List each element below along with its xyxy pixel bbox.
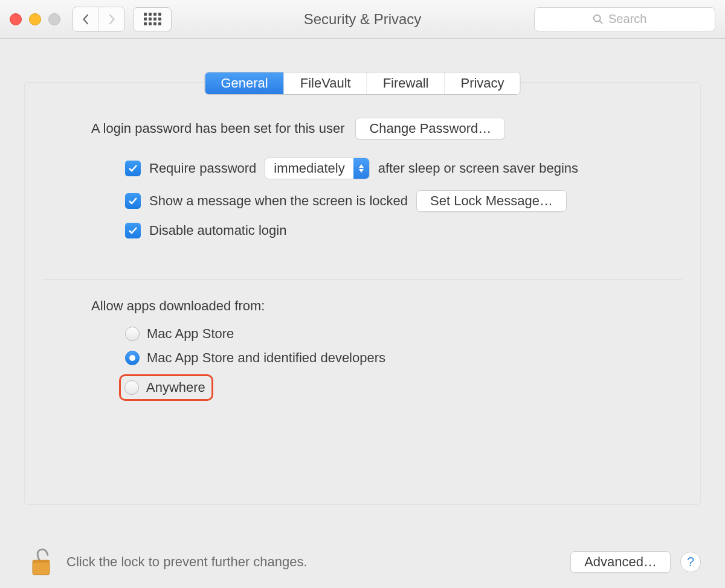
updown-icon: [353, 158, 369, 179]
checkmark-icon: [128, 226, 138, 235]
login-password-row: A login password has been set for this u…: [91, 118, 658, 139]
section-gatekeeper: Allow apps downloaded from: Mac App Stor…: [25, 280, 700, 401]
chevron-left-icon: [82, 14, 90, 25]
zoom-window-button[interactable]: [48, 13, 60, 25]
search-icon: [593, 14, 604, 25]
radio-mac-app-store-label: Mac App Store: [147, 326, 234, 342]
minimize-window-button[interactable]: [29, 13, 41, 25]
lock-text: Click the lock to prevent further change…: [66, 554, 308, 570]
radio-mas-identified[interactable]: [125, 351, 140, 365]
show-lock-message-label: Show a message when the screen is locked: [149, 193, 408, 209]
nav-buttons: [72, 7, 124, 32]
section-login: A login password has been set for this u…: [25, 83, 700, 280]
show-lock-message-checkbox[interactable]: [125, 193, 141, 209]
footer: Click the lock to prevent further change…: [0, 547, 725, 577]
svg-rect-5: [33, 560, 50, 563]
set-lock-message-button[interactable]: Set Lock Message…: [416, 190, 567, 212]
require-password-delay-popup[interactable]: immediately: [265, 158, 369, 179]
radio-anywhere[interactable]: [124, 380, 139, 395]
radio-row-mas: Mac App Store: [125, 326, 658, 342]
allow-apps-radio-group: Mac App Store Mac App Store and identifi…: [125, 326, 658, 401]
radio-anywhere-label: Anywhere: [146, 380, 205, 395]
window-title: Security & Privacy: [304, 11, 422, 28]
require-password-label: Require password: [149, 161, 256, 176]
chevron-right-icon: [108, 14, 116, 25]
tab-general[interactable]: General: [205, 72, 284, 94]
checkmark-icon: [128, 197, 138, 205]
tab-firewall[interactable]: Firewall: [367, 72, 445, 94]
svg-marker-2: [359, 164, 364, 168]
disable-auto-login-row: Disable automatic login: [125, 223, 658, 238]
svg-line-1: [600, 21, 603, 24]
svg-marker-3: [359, 169, 364, 173]
radio-row-anywhere: Anywhere: [125, 374, 658, 401]
search-input[interactable]: [608, 12, 657, 26]
require-password-delay-value: immediately: [265, 159, 353, 178]
grid-icon: [144, 13, 161, 25]
radio-row-mas-identified: Mac App Store and identified developers: [125, 350, 658, 366]
lock-message-row: Show a message when the screen is locked…: [125, 190, 658, 212]
require-password-after-label: after sleep or screen saver begins: [378, 161, 578, 176]
tab-privacy[interactable]: Privacy: [445, 72, 520, 94]
titlebar: Security & Privacy: [0, 0, 725, 39]
svg-point-0: [594, 14, 601, 21]
checkmark-icon: [128, 164, 138, 173]
anywhere-highlight: Anywhere: [119, 374, 213, 401]
forward-button[interactable]: [98, 7, 124, 31]
change-password-button[interactable]: Change Password…: [355, 118, 505, 139]
login-password-label: A login password has been set for this u…: [91, 121, 344, 136]
disable-auto-login-label: Disable automatic login: [149, 223, 286, 238]
advanced-button[interactable]: Advanced…: [570, 551, 671, 573]
footer-right: Advanced… ?: [570, 551, 701, 573]
disable-auto-login-checkbox[interactable]: [125, 223, 141, 238]
search-field-wrap[interactable]: [534, 7, 715, 31]
tab-filevault[interactable]: FileVault: [285, 72, 367, 94]
allow-apps-label: Allow apps downloaded from:: [91, 298, 658, 314]
back-button[interactable]: [73, 7, 98, 31]
help-button[interactable]: ?: [680, 552, 701, 572]
tab-bar: General FileVault Firewall Privacy: [204, 72, 520, 95]
content-panel: General FileVault Firewall Privacy A log…: [24, 82, 701, 505]
lock-icon[interactable]: [29, 547, 53, 577]
close-window-button[interactable]: [10, 13, 22, 25]
show-all-button[interactable]: [133, 7, 172, 31]
radio-mas-identified-label: Mac App Store and identified developers: [147, 350, 385, 366]
require-password-checkbox[interactable]: [125, 161, 141, 176]
radio-mac-app-store[interactable]: [125, 327, 140, 341]
require-password-row: Require password immediately after sleep…: [125, 158, 658, 179]
traffic-lights: [10, 13, 60, 25]
